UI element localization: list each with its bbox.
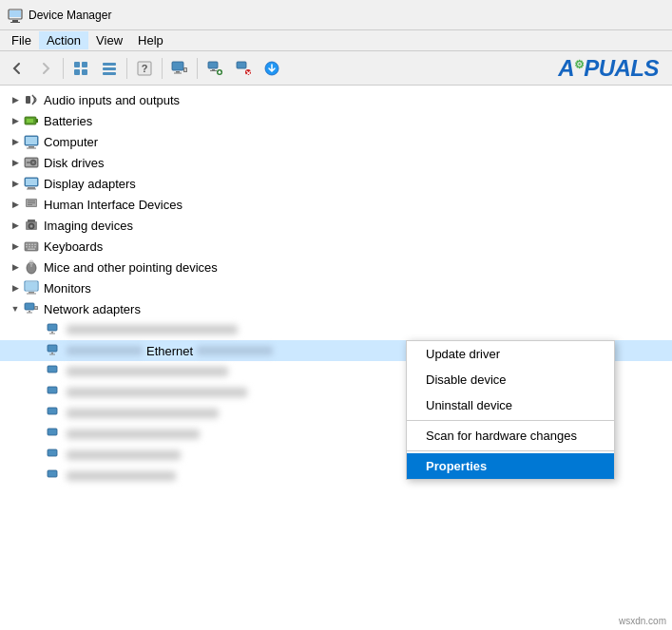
svg-rect-62 [31,246,33,248]
net3-icon [46,363,63,380]
view1-icon [73,61,88,76]
context-update-driver[interactable]: Update driver [407,341,614,367]
diskdrive-icon [23,154,40,171]
svg-text:✕: ✕ [245,68,252,76]
tree-sub-item-net1[interactable] [0,319,672,340]
tree-item-displayadapters[interactable]: ▶ Display adapters [0,173,672,194]
svg-rect-58 [31,244,33,246]
context-properties[interactable]: Properties [407,453,614,479]
logo-text2: PUALS [584,55,659,82]
svg-point-53 [30,225,33,228]
svg-rect-72 [25,303,34,310]
tree-item-mice[interactable]: ▶ Mice and other pointing devices [0,257,672,277]
svg-rect-60 [26,246,28,248]
svg-rect-5 [82,62,87,67]
download-button[interactable] [259,55,285,82]
svg-rect-80 [48,345,57,352]
svg-rect-4 [74,62,80,67]
net4-icon [46,384,63,401]
battery-icon [23,112,40,129]
back-arrow-icon [10,61,25,76]
monitors-label: Monitors [44,281,91,296]
net8-label-blurred [67,471,176,481]
menu-action[interactable]: Action [39,31,88,49]
network-icon [207,61,222,76]
svg-rect-44 [27,189,36,190]
view2-icon [102,61,117,76]
expand-icon-imaging: ▶ [8,218,23,233]
ethernet-prefix-blurred [67,346,143,355]
tree-item-hid[interactable]: ▶ Human Interface Devices [0,194,672,215]
context-separator-1 [407,420,614,421]
expand-icon-diskdrives: ▶ [8,155,23,170]
hid-label: Human Interface Devices [44,198,182,212]
tree-item-monitors[interactable]: ▶ Monitors [0,277,672,298]
content-area: ▶ Audio inputs and outputs ▶ Batteri [0,86,672,630]
svg-rect-42 [26,179,37,185]
audio-label: Audio inputs and outputs [44,93,180,107]
help-icon: ? [137,61,152,76]
svg-rect-61 [29,246,30,248]
network-add-button[interactable] [202,55,228,82]
help-button[interactable]: ? [131,55,158,82]
svg-rect-24 [237,62,246,68]
error-icon: ✕ [236,61,251,76]
net7-label-blurred [67,450,181,460]
menu-help[interactable]: Help [130,31,171,49]
expand-icon-mice: ▶ [8,259,23,275]
view2-button[interactable] [96,55,123,82]
net6-icon [46,426,63,443]
svg-rect-85 [48,408,57,414]
back-button[interactable] [4,55,30,82]
menu-view[interactable]: View [88,31,130,49]
separator-2 [126,58,127,79]
menu-file[interactable]: File [4,31,39,49]
context-disable-device[interactable]: Disable device [407,367,614,392]
net1-icon [46,321,63,338]
monitor-icon [171,61,188,76]
svg-rect-47 [28,200,35,201]
monitor-button[interactable] [166,55,193,82]
svg-rect-20 [210,70,217,71]
separator-3 [162,58,163,79]
network-adapters-icon [23,300,40,317]
tree-item-audio[interactable]: ▶ Audio inputs and outputs [0,89,672,110]
expand-icon-keyboards: ▶ [8,239,23,254]
svg-rect-1 [12,20,18,22]
audio-icon [23,91,40,108]
window-title: Device Manager [29,9,111,22]
separator-4 [197,58,198,79]
forward-button[interactable] [32,55,59,82]
monitors-icon [23,279,40,296]
tree-item-network[interactable]: ▼ Network adapters [0,298,672,319]
svg-rect-14 [176,71,180,73]
watermark: wsxdn.com [619,616,666,626]
tree-item-imaging[interactable]: ▶ Imaging devices [0,215,672,236]
context-uninstall-device[interactable]: Uninstall device [407,392,614,418]
svg-rect-13 [172,62,183,70]
svg-rect-49 [28,204,32,205]
error-button[interactable]: ✕ [230,55,257,82]
net5-label-blurred [67,409,219,418]
svg-rect-79 [49,334,55,334]
svg-rect-7 [82,69,87,75]
svg-rect-87 [48,449,57,456]
svg-rect-77 [48,324,57,331]
view1-button[interactable] [67,55,94,82]
context-scan-changes[interactable]: Scan for hardware changes [407,423,614,449]
svg-rect-18 [208,62,218,68]
batteries-label: Batteries [44,114,92,128]
computer-label: Computer [44,135,98,149]
svg-rect-82 [49,354,55,355]
svg-rect-76 [35,307,37,309]
tree-item-computer[interactable]: ▶ Computer [0,131,672,152]
svg-rect-8 [103,63,116,66]
svg-rect-51 [28,220,35,222]
download-icon [264,61,279,76]
tree-item-batteries[interactable]: ▶ Batteries [0,110,672,131]
svg-rect-74 [27,313,32,314]
svg-rect-78 [51,332,53,334]
tree-item-diskdrives[interactable]: ▶ Disk drives [0,152,672,173]
svg-rect-23 [219,71,221,73]
tree-item-keyboards[interactable]: ▶ Keyboards [0,236,672,257]
